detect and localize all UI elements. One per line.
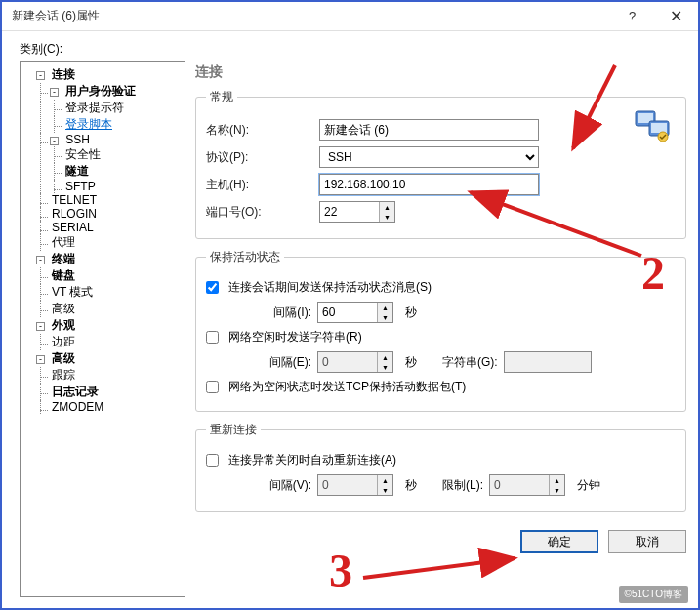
watermark: ©51CTO博客 bbox=[619, 586, 688, 603]
protocol-label: 协议(P): bbox=[206, 149, 313, 166]
tree-trace[interactable]: 跟踪 bbox=[50, 367, 77, 383]
idle-string-label[interactable]: 网络空闲时发送字符串(R) bbox=[228, 329, 362, 346]
tree-connection[interactable]: 连接 bbox=[50, 66, 77, 82]
tree-appearance[interactable]: 外观 bbox=[50, 317, 77, 333]
tree-advanced1[interactable]: 高级 bbox=[50, 301, 77, 316]
idle-string-checkbox[interactable] bbox=[206, 331, 219, 344]
interval-i-label: 间隔(I): bbox=[243, 305, 311, 321]
spin-down-icon: ▼ bbox=[378, 485, 392, 495]
string-g-input bbox=[504, 351, 592, 373]
ok-button[interactable]: 确定 bbox=[520, 530, 598, 553]
port-value[interactable] bbox=[320, 202, 379, 222]
close-button[interactable]: ✕ bbox=[654, 2, 698, 31]
connection-icon bbox=[634, 109, 673, 147]
limit-l-spinner: ▲▼ bbox=[489, 474, 565, 496]
tree-toggle-icon[interactable]: - bbox=[36, 256, 45, 264]
tree-margin[interactable]: 边距 bbox=[50, 334, 77, 349]
tree-toggle-icon[interactable]: - bbox=[50, 88, 59, 97]
spin-up-icon: ▲ bbox=[550, 475, 564, 485]
name-label: 名称(N): bbox=[206, 122, 313, 139]
interval-i-spinner[interactable]: ▲▼ bbox=[317, 302, 393, 323]
auto-reconnect-label[interactable]: 连接异常关闭时自动重新连接(A) bbox=[228, 452, 396, 468]
tree-serial[interactable]: SERIAL bbox=[50, 220, 96, 235]
tcp-keepalive-label[interactable]: 网络为空闲状态时发送TCP保持活动数据包(T) bbox=[228, 379, 466, 395]
tree-tunnel[interactable]: 隧道 bbox=[63, 163, 91, 179]
category-tree[interactable]: - 连接 - 用户身份验证 登录提示符 登录脚本 - bbox=[20, 61, 185, 597]
cancel-button[interactable]: 取消 bbox=[608, 530, 686, 553]
tree-logging[interactable]: 日志记录 bbox=[50, 384, 101, 399]
spin-up-icon[interactable]: ▲ bbox=[378, 303, 392, 312]
keepalive-legend: 保持活动状态 bbox=[206, 249, 284, 265]
spin-down-icon: ▼ bbox=[378, 362, 392, 372]
interval-v-spinner: ▲▼ bbox=[317, 474, 393, 496]
tree-proxy[interactable]: 代理 bbox=[50, 234, 77, 250]
tree-loginscript[interactable]: 登录脚本 bbox=[63, 116, 114, 132]
limit-l-label: 限制(L): bbox=[442, 477, 483, 494]
seconds-label2: 秒 bbox=[405, 354, 417, 371]
interval-e-label: 间隔(E): bbox=[243, 354, 311, 371]
protocol-select[interactable]: SSH bbox=[319, 146, 539, 168]
reconnect-group: 重新连接 连接异常关闭时自动重新连接(A) 间隔(V): ▲▼ 秒 限制(L):… bbox=[195, 422, 686, 512]
interval-e-spinner: ▲▼ bbox=[317, 351, 393, 373]
tree-zmodem[interactable]: ZMODEM bbox=[50, 399, 105, 415]
general-group: 常规 名称(N): 协议(P): SSH 主机(H): 端口号(O): ▲▼ bbox=[195, 89, 686, 239]
interval-v-label: 间隔(V): bbox=[243, 477, 311, 494]
help-button[interactable]: ? bbox=[610, 2, 654, 31]
tree-keyboard[interactable]: 键盘 bbox=[50, 267, 77, 283]
tree-toggle-icon[interactable]: - bbox=[36, 71, 45, 80]
window-title: 新建会话 (6)属性 bbox=[12, 8, 610, 24]
send-keepalive-label[interactable]: 连接会话期间发送保持活动状态消息(S) bbox=[228, 279, 432, 296]
tree-security[interactable]: 安全性 bbox=[63, 146, 103, 162]
seconds-label: 秒 bbox=[405, 305, 417, 321]
spin-up-icon: ▲ bbox=[378, 475, 392, 485]
interval-i-value[interactable] bbox=[318, 303, 377, 322]
svg-rect-3 bbox=[651, 123, 667, 133]
tree-toggle-icon[interactable]: - bbox=[36, 355, 45, 364]
spin-down-icon[interactable]: ▼ bbox=[380, 212, 394, 222]
send-keepalive-checkbox[interactable] bbox=[206, 281, 219, 294]
titlebar: 新建会话 (6)属性 ? ✕ bbox=[2, 2, 698, 31]
tree-toggle-icon[interactable]: - bbox=[50, 137, 59, 145]
tcp-keepalive-checkbox[interactable] bbox=[206, 381, 219, 393]
tree-ssh[interactable]: SSH bbox=[63, 132, 92, 147]
host-label: 主机(H): bbox=[206, 177, 313, 193]
limit-l-value bbox=[490, 475, 549, 495]
seconds-label3: 秒 bbox=[405, 477, 417, 494]
port-label: 端口号(O): bbox=[206, 204, 313, 221]
port-spinner[interactable]: ▲▼ bbox=[319, 201, 395, 223]
spin-down-icon: ▼ bbox=[550, 485, 564, 495]
spin-up-icon[interactable]: ▲ bbox=[380, 202, 394, 212]
section-title: 连接 bbox=[195, 61, 686, 89]
string-g-label: 字符串(G): bbox=[442, 354, 498, 371]
interval-v-value bbox=[318, 475, 377, 495]
button-row: 确定 取消 bbox=[195, 522, 686, 553]
name-input[interactable] bbox=[319, 119, 539, 141]
tree-loginprompt[interactable]: 登录提示符 bbox=[63, 100, 126, 115]
keepalive-group: 保持活动状态 连接会话期间发送保持活动状态消息(S) 间隔(I): ▲▼ 秒 网… bbox=[195, 249, 686, 412]
auto-reconnect-checkbox[interactable] bbox=[206, 454, 219, 467]
tree-toggle-icon[interactable]: - bbox=[36, 322, 45, 331]
host-input[interactable] bbox=[319, 174, 539, 195]
tree-terminal[interactable]: 终端 bbox=[50, 251, 77, 266]
spin-up-icon: ▲ bbox=[378, 352, 392, 362]
category-label: 类别(C): bbox=[2, 31, 698, 61]
interval-e-value bbox=[318, 352, 377, 372]
tree-vtmode[interactable]: VT 模式 bbox=[50, 284, 95, 300]
tree-userauth[interactable]: 用户身份验证 bbox=[63, 83, 138, 99]
reconnect-legend: 重新连接 bbox=[206, 422, 261, 438]
general-legend: 常规 bbox=[206, 89, 237, 105]
tree-advanced2[interactable]: 高级 bbox=[50, 350, 77, 366]
spin-down-icon[interactable]: ▼ bbox=[378, 312, 392, 322]
minutes-label: 分钟 bbox=[577, 477, 600, 494]
